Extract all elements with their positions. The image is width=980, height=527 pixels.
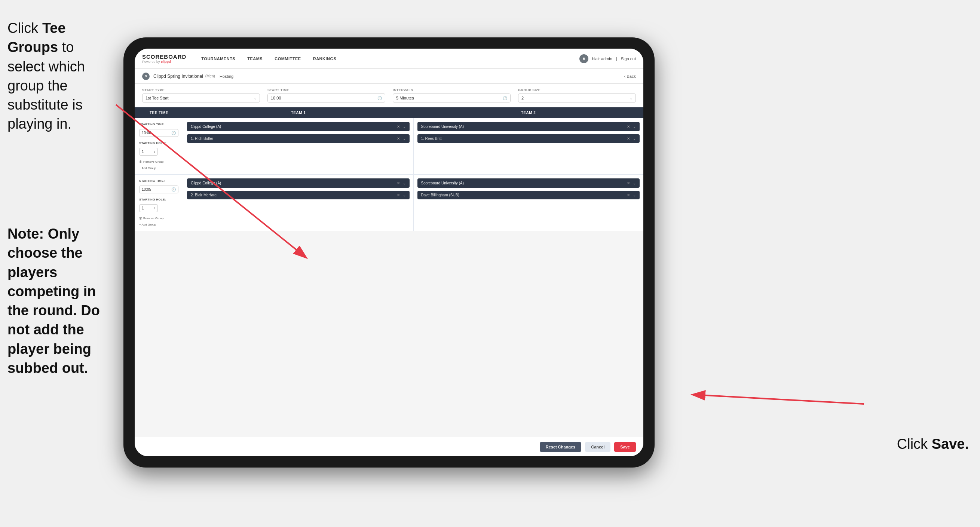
remove-group-btn-2[interactable]: 🗑Remove Group (139, 217, 178, 220)
team2-name-1: Scoreboard University (A) (421, 124, 464, 129)
start-type-input[interactable]: 1st Tee Start ⌄ (142, 94, 260, 102)
player-name-1-2: 2. Blair McHarg (191, 193, 216, 197)
tee-groups-bold: Tee Groups (8, 20, 66, 55)
starting-hole-input-1[interactable]: 1 ↕ (139, 148, 158, 156)
instruction-text: Click Tee Groups to select which group t… (0, 11, 120, 142)
breadcrumb-icon: B (142, 73, 150, 80)
team1-x-1[interactable]: ✕ (397, 124, 400, 129)
player-row-1-2: 2. Blair McHarg ✕ ⌄ (187, 191, 410, 199)
breadcrumb-title: Clippd Spring Invitational (153, 74, 203, 79)
reset-changes-button[interactable]: Reset Changes (540, 442, 581, 452)
team2-expand-1[interactable]: ⌄ (633, 124, 636, 129)
team2-actions-2: ✕ ⌄ (627, 181, 636, 185)
team1-card-2[interactable]: Clippd College (A) ✕ ⌄ (187, 178, 410, 188)
nav-signout[interactable]: Sign out (621, 56, 636, 61)
nav-username: blair admin (592, 56, 612, 61)
team1-col-2: Clippd College (A) ✕ ⌄ 2. Blair McHarg ✕… (183, 175, 414, 231)
tablet-screen: SCOREBOARD Powered by clippd TOURNAMENTS… (135, 49, 643, 456)
save-button[interactable]: Save (614, 442, 636, 452)
team1-expand-2[interactable]: ⌄ (403, 181, 406, 185)
nav-avatar: B (579, 54, 589, 63)
player-expand-2-1[interactable]: ⌄ (633, 137, 636, 141)
player-expand-1-1[interactable]: ⌄ (403, 137, 406, 141)
breadcrumb-badge: (Men) (205, 74, 215, 78)
intervals-label: Intervals (393, 88, 511, 92)
team1-x-2[interactable]: ✕ (397, 181, 400, 185)
content-area: Start Type 1st Tee Start ⌄ Start Time 10… (135, 84, 643, 437)
player-row-1-1: 1. Rich Butler ✕ ⌄ (187, 134, 410, 143)
team2-x-2[interactable]: ✕ (627, 181, 630, 185)
player-x-1-1[interactable]: ✕ (397, 137, 400, 141)
add-group-btn-2[interactable]: + Add Group (139, 223, 178, 226)
cancel-button[interactable]: Cancel (585, 442, 611, 452)
nav-committee[interactable]: COMMITTEE (269, 49, 307, 69)
start-time-group: Start Time 10:00 🕐 (267, 88, 385, 102)
team2-col-2: Scoreboard University (A) ✕ ⌄ Dave Billi… (414, 175, 644, 231)
settings-row: Start Type 1st Tee Start ⌄ Start Time 10… (135, 84, 643, 107)
starting-hole-input-2[interactable]: 1 ↕ (139, 204, 158, 212)
player-actions-1-1: ✕ ⌄ (397, 137, 406, 141)
team1-actions-1: ✕ ⌄ (397, 124, 406, 129)
remove-group-btn-1[interactable]: 🗑Remove Group (139, 160, 178, 164)
start-time-label: Start Time (267, 88, 385, 92)
breadcrumb-back[interactable]: ‹ Back (624, 74, 636, 78)
group-row-1: STARTING TIME: 10:00 🕐 STARTING HOLE: 1 … (135, 118, 643, 175)
team2-x-1[interactable]: ✕ (627, 124, 630, 129)
player-actions-2-1: ✕ ⌄ (627, 137, 636, 141)
team1-name-1: Clippd College (A) (191, 124, 221, 129)
team2-card-1[interactable]: Scoreboard University (A) ✕ ⌄ (417, 122, 640, 131)
starting-time-input-2[interactable]: 10:05 🕐 (139, 186, 178, 193)
group-row-2: STARTING TIME: 10:05 🕐 STARTING HOLE: 1 … (135, 175, 643, 231)
start-time-input[interactable]: 10:00 🕐 (267, 94, 385, 102)
player-x-2-2[interactable]: ✕ (627, 193, 630, 197)
group-size-label: Group Size (518, 88, 636, 92)
team2-card-2[interactable]: Scoreboard University (A) ✕ ⌄ (417, 178, 640, 188)
player-x-1-2[interactable]: ✕ (397, 193, 400, 197)
starting-time-input-1[interactable]: 10:00 🕐 (139, 129, 178, 137)
player-name-1-1: 1. Rich Butler (191, 137, 213, 141)
tee-time-col-2: STARTING TIME: 10:05 🕐 STARTING HOLE: 1 … (135, 175, 183, 231)
logo-area: SCOREBOARD Powered by clippd (142, 54, 186, 64)
nav-separator: | (616, 56, 617, 61)
team1-card-1[interactable]: Clippd College (A) ✕ ⌄ (187, 122, 410, 131)
start-type-group: Start Type 1st Tee Start ⌄ (142, 88, 260, 102)
team2-header: Team 2 (413, 107, 643, 118)
player-expand-2-2[interactable]: ⌄ (633, 193, 636, 197)
breadcrumb-hosting: Hosting (220, 74, 234, 78)
nav-rankings[interactable]: RANKINGS (307, 49, 343, 69)
nav-right: B blair admin | Sign out (579, 54, 636, 63)
intervals-input[interactable]: 5 Minutes 🕐 (393, 94, 511, 102)
team1-expand-1[interactable]: ⌄ (403, 124, 406, 129)
save-arrow (692, 395, 864, 404)
breadcrumb-bar: B Clippd Spring Invitational (Men) Hosti… (135, 69, 643, 84)
player-row-2-2: Dave Billingham (SUB) ✕ ⌄ (417, 191, 640, 199)
group-size-input[interactable]: 2 ⌄ (518, 94, 636, 102)
tee-time-header: Tee Time (135, 107, 183, 118)
player-expand-1-2[interactable]: ⌄ (403, 193, 406, 197)
nav-links: TOURNAMENTS TEAMS COMMITTEE RANKINGS (195, 49, 579, 69)
add-group-btn-1[interactable]: + Add Group (139, 166, 178, 170)
player-actions-2-2: ✕ ⌄ (627, 193, 636, 197)
starting-time-label-1: STARTING TIME: (139, 123, 178, 126)
tablet-device: SCOREBOARD Powered by clippd TOURNAMENTS… (123, 37, 655, 468)
logo-scoreboard: SCOREBOARD (142, 54, 186, 60)
nav-teams[interactable]: TEAMS (241, 49, 269, 69)
team1-col-1: Clippd College (A) ✕ ⌄ 1. Rich Butler ✕ … (183, 118, 414, 174)
starting-hole-label-2: STARTING HOLE: (139, 198, 178, 201)
bottom-bar: Reset Changes Cancel Save (135, 437, 643, 456)
nav-tournaments[interactable]: TOURNAMENTS (195, 49, 241, 69)
logo-powered: Powered by clippd (142, 60, 186, 64)
note-bold: Note: Only choose the players competing … (8, 226, 100, 376)
player-actions-1-2: ✕ ⌄ (397, 193, 406, 197)
player-name-2-1: 1. Rees Britt (421, 137, 442, 141)
team2-actions-1: ✕ ⌄ (627, 124, 636, 129)
groups-container: STARTING TIME: 10:00 🕐 STARTING HOLE: 1 … (135, 118, 643, 231)
team2-expand-2[interactable]: ⌄ (633, 181, 636, 185)
player-x-2-1[interactable]: ✕ (627, 137, 630, 141)
tee-table-header: Tee Time Team 1 Team 2 (135, 107, 643, 118)
team1-name-2: Clippd College (A) (191, 181, 221, 185)
team1-actions-2: ✕ ⌄ (397, 181, 406, 185)
player-name-2-2: Dave Billingham (SUB) (421, 193, 459, 197)
start-type-label: Start Type (142, 88, 260, 92)
navbar: SCOREBOARD Powered by clippd TOURNAMENTS… (135, 49, 643, 69)
